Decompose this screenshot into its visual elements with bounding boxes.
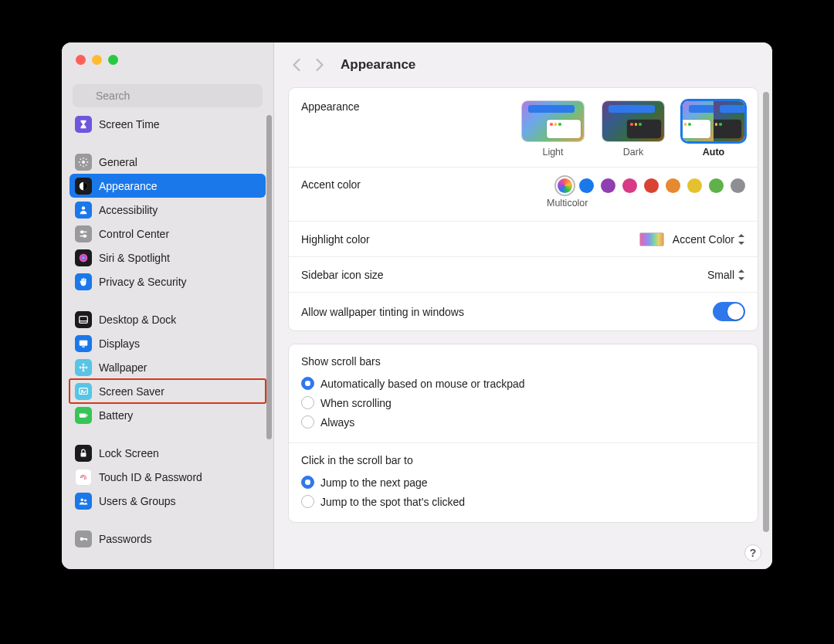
highlight-swatch-icon bbox=[639, 232, 664, 246]
screensaver-icon bbox=[75, 383, 92, 400]
appearance-mode-label: Auto bbox=[703, 147, 724, 158]
svg-point-25 bbox=[84, 499, 86, 501]
svg-point-2 bbox=[82, 161, 85, 164]
settings-window: Screen TimeGeneralAppearanceAccessibilit… bbox=[62, 42, 772, 569]
svg-marker-30 bbox=[738, 242, 744, 245]
accent-blue[interactable] bbox=[579, 178, 594, 193]
updown-icon bbox=[737, 269, 745, 280]
sidebar-item-screen-saver[interactable]: Screen Saver bbox=[70, 379, 266, 403]
sidebar-item-label: Lock Screen bbox=[99, 447, 159, 459]
row-label: Sidebar icon size bbox=[301, 269, 384, 281]
accent-yellow[interactable] bbox=[687, 178, 702, 193]
accent-pink[interactable] bbox=[622, 178, 637, 193]
sidebar-item-privacy-security[interactable]: Privacy & Security bbox=[70, 269, 266, 293]
accent-red[interactable] bbox=[644, 178, 659, 193]
radio-icon bbox=[301, 415, 314, 429]
scrollbars-option[interactable]: When scrolling bbox=[301, 393, 745, 412]
sidebar-item-lock-screen[interactable]: Lock Screen bbox=[70, 441, 266, 465]
click-scroll-option[interactable]: Jump to the next page bbox=[301, 473, 745, 492]
appearance-mode-label: Light bbox=[542, 147, 563, 158]
sidebar-item-label: Passwords bbox=[99, 533, 151, 545]
updown-icon bbox=[737, 234, 745, 245]
sidebar-item-general[interactable]: General bbox=[70, 150, 266, 174]
scrollbars-option[interactable]: Automatically based on mouse or trackpad bbox=[301, 374, 745, 393]
row-accent-color: Accent color Multicolor bbox=[289, 168, 758, 222]
sidebar-item-accessibility[interactable]: Accessibility bbox=[70, 198, 266, 222]
accent-graphite[interactable] bbox=[731, 178, 745, 193]
section-click-scroll: Click in the scroll bar to Jump to the n… bbox=[289, 443, 758, 522]
content-scrollbar[interactable] bbox=[763, 92, 769, 532]
maximize-icon[interactable] bbox=[108, 55, 118, 65]
siri-icon bbox=[75, 249, 92, 266]
svg-point-14 bbox=[82, 366, 85, 369]
wallpaper-tint-toggle[interactable] bbox=[713, 302, 745, 321]
sidebar-item-label: General bbox=[99, 156, 137, 168]
key-icon bbox=[75, 530, 92, 547]
row-wallpaper-tint: Allow wallpaper tinting in windows bbox=[289, 293, 758, 330]
help-button[interactable]: ? bbox=[744, 544, 761, 561]
accent-orange[interactable] bbox=[666, 178, 680, 193]
close-icon[interactable] bbox=[76, 55, 86, 65]
sidebar-scrollbar[interactable] bbox=[266, 115, 272, 439]
sidebar-item-screen-time[interactable]: Screen Time bbox=[70, 114, 266, 136]
scrollbars-option[interactable]: Always bbox=[301, 412, 745, 432]
radio-label: Always bbox=[320, 416, 354, 429]
panel-appearance: Appearance LightDarkAuto Accent color Mu… bbox=[288, 87, 758, 331]
sidebar-item-label: Screen Saver bbox=[99, 385, 164, 398]
radio-icon bbox=[301, 377, 314, 390]
search-input[interactable] bbox=[73, 84, 263, 107]
sidebar-item-label: Wallpaper bbox=[99, 361, 147, 374]
row-sidebar-size: Sidebar icon size Small bbox=[289, 257, 758, 293]
panel-scroll: Show scroll bars Automatically based on … bbox=[288, 344, 758, 523]
svg-rect-10 bbox=[80, 316, 88, 323]
toolbar: Appearance bbox=[274, 42, 772, 87]
radio-label: Jump to the spot that's clicked bbox=[320, 496, 465, 508]
forward-button[interactable] bbox=[314, 58, 325, 72]
sidebar-item-label: Privacy & Security bbox=[99, 276, 187, 288]
appearance-mode-group: LightDarkAuto bbox=[521, 100, 745, 158]
click-scroll-option[interactable]: Jump to the spot that's clicked bbox=[301, 492, 745, 511]
minimize-icon[interactable] bbox=[92, 55, 102, 65]
sidebar-item-users-groups[interactable]: Users & Groups bbox=[70, 489, 266, 513]
sidebar-item-desktop-dock[interactable]: Desktop & Dock bbox=[70, 307, 266, 331]
dock-icon bbox=[75, 311, 92, 328]
sidebar-item-control-center[interactable]: Control Center bbox=[70, 222, 266, 246]
sidebar-item-wallpaper[interactable]: Wallpaper bbox=[70, 355, 266, 379]
content-scroll: Appearance LightDarkAuto Accent color Mu… bbox=[274, 87, 772, 569]
display-icon bbox=[75, 335, 92, 352]
sidebar-item-label: Battery bbox=[99, 409, 133, 422]
row-label: Appearance bbox=[301, 100, 360, 113]
highlight-color-dropdown[interactable]: Accent Color bbox=[639, 232, 745, 246]
accent-multicolor[interactable] bbox=[558, 178, 572, 193]
page-title: Appearance bbox=[341, 57, 415, 73]
sidebar-item-displays[interactable]: Displays bbox=[70, 331, 266, 355]
appearance-mode-light[interactable]: Light bbox=[521, 100, 585, 158]
sidebar-size-dropdown[interactable]: Small bbox=[707, 269, 745, 281]
radio-label: Automatically based on mouse or trackpad bbox=[320, 378, 525, 390]
svg-point-15 bbox=[83, 363, 85, 365]
gear-icon bbox=[75, 154, 92, 171]
appearance-mode-dark[interactable]: Dark bbox=[602, 100, 665, 158]
appearance-mode-auto[interactable]: Auto bbox=[682, 100, 745, 158]
svg-rect-21 bbox=[80, 413, 86, 417]
svg-point-26 bbox=[80, 537, 83, 540]
sidebar-item-touch-id-password[interactable]: Touch ID & Password bbox=[70, 465, 266, 489]
sidebar-item-label: Touch ID & Password bbox=[99, 471, 202, 483]
accent-purple[interactable] bbox=[601, 178, 615, 193]
sliders-icon bbox=[75, 225, 92, 242]
accent-selected-label: Multicolor bbox=[547, 198, 745, 208]
back-button[interactable] bbox=[291, 58, 303, 72]
svg-point-18 bbox=[86, 366, 88, 368]
sidebar-item-siri-spotlight[interactable]: Siri & Spotlight bbox=[70, 246, 266, 269]
radio-label: When scrolling bbox=[320, 397, 392, 409]
sidebar-item-label: Screen Time bbox=[99, 118, 160, 130]
sidebar-item-passwords[interactable]: Passwords bbox=[70, 527, 266, 551]
svg-rect-28 bbox=[86, 538, 87, 541]
battery-icon bbox=[75, 407, 92, 424]
accent-green[interactable] bbox=[709, 178, 724, 193]
sidebar-item-appearance[interactable]: Appearance bbox=[70, 174, 266, 198]
sidebar-item-battery[interactable]: Battery bbox=[70, 403, 266, 427]
appearance-mode-label: Dark bbox=[623, 147, 643, 158]
sidebar-item-label: Desktop & Dock bbox=[99, 314, 176, 326]
row-label: Highlight color bbox=[301, 233, 370, 246]
